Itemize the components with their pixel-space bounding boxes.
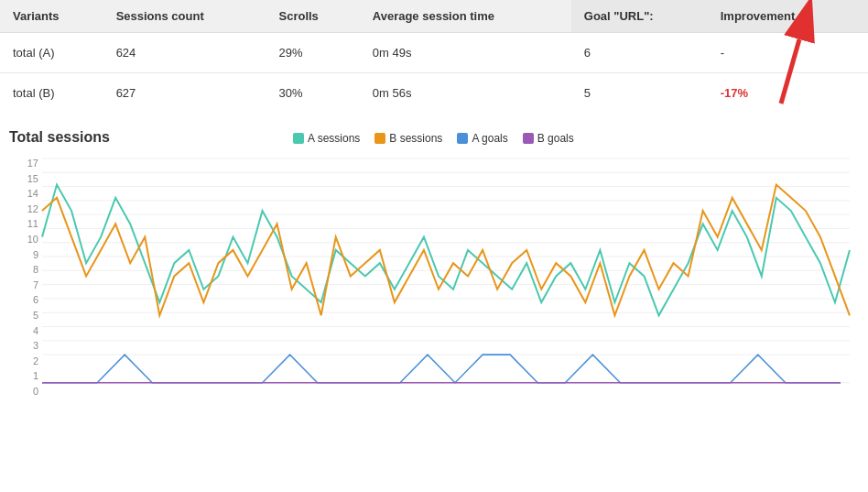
- cell-avg-session-b: 0m 56s: [360, 73, 571, 114]
- chart-container: 17 15 14 12 11 10 9 8 7 6 5 4 3 2 1 0: [9, 159, 859, 415]
- table-row: total (A) 624 29% 0m 49s 6 -: [0, 33, 868, 73]
- legend-b-sessions-label: B sessions: [389, 132, 442, 145]
- col-header-goal: Goal "URL":: [571, 0, 708, 33]
- arrow-annotation: [749, 30, 813, 113]
- chart-area: [42, 159, 850, 397]
- legend-b-goals: B goals: [523, 132, 574, 145]
- col-header-sessions: Sessions count: [103, 0, 266, 33]
- legend-a-sessions-label: A sessions: [308, 132, 360, 145]
- legend-b-sessions: B sessions: [374, 132, 442, 145]
- y-axis: 17 15 14 12 11 10 9 8 7 6 5 4 3 2 1 0: [9, 159, 42, 397]
- info-icon: ℹ: [802, 10, 807, 23]
- legend-a-goals-label: A goals: [472, 132, 507, 145]
- cell-goal-a: 6: [571, 33, 708, 73]
- cell-variant-a: total (A): [0, 33, 103, 73]
- cell-scrolls-a: 29%: [266, 33, 359, 73]
- cell-sessions-a: 624: [103, 33, 266, 73]
- col-header-avg-session: Average session time: [360, 0, 571, 33]
- cell-variant-b: total (B): [0, 73, 103, 114]
- ab-test-table: Variants Sessions count Scrolls Average …: [0, 0, 868, 113]
- a-sessions-color-swatch: [293, 133, 304, 144]
- cell-goal-b: 5: [571, 73, 708, 114]
- cell-scrolls-b: 30%: [266, 73, 359, 114]
- b-sessions-color-swatch: [374, 133, 385, 144]
- cell-avg-session-a: 0m 49s: [360, 33, 571, 73]
- col-header-improvement: Improvement ℹ: [708, 0, 868, 33]
- chart-legend: A sessions B sessions A goals B goals: [293, 132, 574, 145]
- chart-title: Total sessions: [9, 129, 110, 146]
- a-sessions-line: [42, 185, 850, 316]
- chart-section: Total sessions A sessions B sessions A g…: [0, 113, 868, 424]
- svg-line-1: [781, 39, 799, 104]
- line-chart-svg: [42, 159, 850, 397]
- table-row: total (B) 627 30% 0m 56s 5 -17%: [0, 73, 868, 114]
- col-header-scrolls: Scrolls: [266, 0, 359, 33]
- legend-a-goals: A goals: [457, 132, 507, 145]
- a-goals-color-swatch: [457, 133, 468, 144]
- cell-sessions-b: 627: [103, 73, 266, 114]
- b-goals-color-swatch: [523, 133, 534, 144]
- legend-a-sessions: A sessions: [293, 132, 360, 145]
- a-goals-line: [42, 355, 841, 383]
- legend-b-goals-label: B goals: [537, 132, 574, 145]
- b-sessions-line: [42, 185, 850, 316]
- col-header-variants: Variants: [0, 0, 103, 33]
